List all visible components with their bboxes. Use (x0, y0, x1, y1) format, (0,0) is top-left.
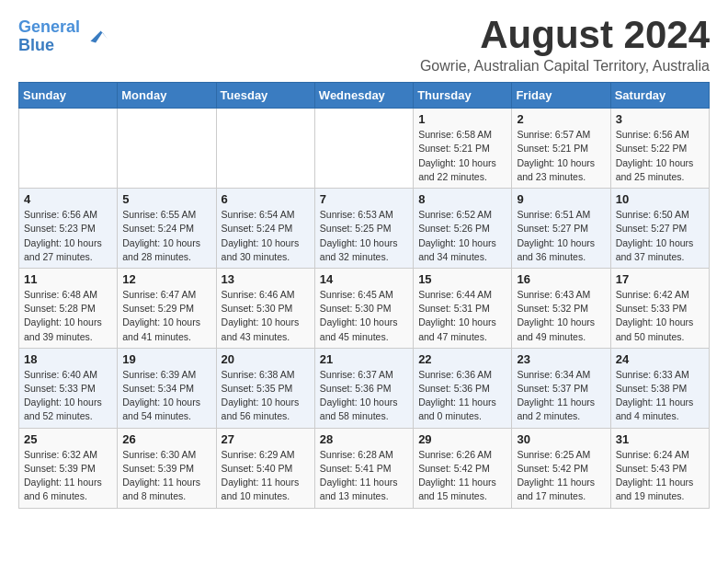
weekday-header-sunday: Sunday (19, 83, 118, 109)
logo-text: General Blue (18, 18, 80, 55)
day-number: 25 (24, 432, 112, 446)
calendar-cell: 31Sunrise: 6:24 AM Sunset: 5:43 PM Dayli… (610, 428, 709, 508)
svg-marker-0 (91, 30, 108, 42)
month-year-title: August 2024 (420, 14, 710, 56)
day-info: Sunrise: 6:30 AM Sunset: 5:39 PM Dayligh… (122, 448, 210, 504)
day-number: 17 (616, 272, 704, 286)
day-number: 20 (222, 352, 310, 366)
calendar-cell: 9Sunrise: 6:51 AM Sunset: 5:27 PM Daylig… (512, 189, 610, 269)
day-info: Sunrise: 6:51 AM Sunset: 5:27 PM Dayligh… (517, 208, 605, 264)
calendar-cell: 4Sunrise: 6:56 AM Sunset: 5:23 PM Daylig… (19, 189, 118, 269)
calendar-cell: 29Sunrise: 6:26 AM Sunset: 5:42 PM Dayli… (414, 428, 512, 508)
day-info: Sunrise: 6:32 AM Sunset: 5:39 PM Dayligh… (24, 448, 112, 504)
calendar-cell: 23Sunrise: 6:34 AM Sunset: 5:37 PM Dayli… (512, 348, 610, 428)
weekday-header-tuesday: Tuesday (216, 83, 314, 109)
calendar-cell (19, 109, 118, 189)
day-info: Sunrise: 6:36 AM Sunset: 5:36 PM Dayligh… (418, 368, 506, 424)
day-number: 3 (616, 112, 704, 126)
day-number: 8 (418, 192, 506, 206)
day-info: Sunrise: 6:26 AM Sunset: 5:42 PM Dayligh… (418, 448, 506, 504)
day-number: 24 (616, 352, 704, 366)
weekday-header-monday: Monday (118, 83, 216, 109)
day-info: Sunrise: 6:38 AM Sunset: 5:35 PM Dayligh… (222, 368, 310, 424)
calendar-cell: 14Sunrise: 6:45 AM Sunset: 5:30 PM Dayli… (314, 268, 413, 348)
day-number: 27 (222, 432, 310, 446)
day-info: Sunrise: 6:40 AM Sunset: 5:33 PM Dayligh… (24, 368, 112, 424)
calendar-body: 1Sunrise: 6:58 AM Sunset: 5:21 PM Daylig… (19, 109, 710, 508)
day-info: Sunrise: 6:33 AM Sunset: 5:38 PM Dayligh… (616, 368, 704, 424)
day-number: 10 (616, 192, 704, 206)
day-number: 12 (122, 272, 210, 286)
calendar-cell: 20Sunrise: 6:38 AM Sunset: 5:35 PM Dayli… (216, 348, 314, 428)
day-number: 2 (517, 112, 605, 126)
logo-general: General (18, 17, 80, 36)
calendar-cell (118, 109, 216, 189)
logo-icon (84, 24, 109, 50)
day-info: Sunrise: 6:24 AM Sunset: 5:43 PM Dayligh… (616, 448, 704, 504)
day-info: Sunrise: 6:25 AM Sunset: 5:42 PM Dayligh… (517, 448, 605, 504)
calendar-cell: 17Sunrise: 6:42 AM Sunset: 5:33 PM Dayli… (610, 268, 709, 348)
calendar-cell: 25Sunrise: 6:32 AM Sunset: 5:39 PM Dayli… (19, 428, 118, 508)
day-info: Sunrise: 6:52 AM Sunset: 5:26 PM Dayligh… (418, 208, 506, 264)
day-number: 1 (418, 112, 506, 126)
title-block: August 2024 Gowrie, Australian Capital T… (420, 14, 710, 75)
calendar-cell: 30Sunrise: 6:25 AM Sunset: 5:42 PM Dayli… (512, 428, 610, 508)
day-number: 30 (517, 432, 605, 446)
calendar-cell: 18Sunrise: 6:40 AM Sunset: 5:33 PM Dayli… (19, 348, 118, 428)
day-info: Sunrise: 6:56 AM Sunset: 5:22 PM Dayligh… (616, 128, 704, 184)
weekday-header-wednesday: Wednesday (314, 83, 413, 109)
day-info: Sunrise: 6:58 AM Sunset: 5:21 PM Dayligh… (418, 128, 506, 184)
day-number: 19 (122, 352, 210, 366)
day-info: Sunrise: 6:43 AM Sunset: 5:32 PM Dayligh… (517, 288, 605, 344)
day-info: Sunrise: 6:44 AM Sunset: 5:31 PM Dayligh… (418, 288, 506, 344)
day-info: Sunrise: 6:46 AM Sunset: 5:30 PM Dayligh… (222, 288, 310, 344)
day-info: Sunrise: 6:29 AM Sunset: 5:40 PM Dayligh… (222, 448, 310, 504)
day-number: 26 (122, 432, 210, 446)
calendar-cell: 3Sunrise: 6:56 AM Sunset: 5:22 PM Daylig… (610, 109, 709, 189)
day-info: Sunrise: 6:48 AM Sunset: 5:28 PM Dayligh… (24, 288, 112, 344)
calendar-cell: 13Sunrise: 6:46 AM Sunset: 5:30 PM Dayli… (216, 268, 314, 348)
day-number: 31 (616, 432, 704, 446)
calendar-cell: 22Sunrise: 6:36 AM Sunset: 5:36 PM Dayli… (414, 348, 512, 428)
day-number: 16 (517, 272, 605, 286)
day-info: Sunrise: 6:55 AM Sunset: 5:24 PM Dayligh… (122, 208, 210, 264)
day-number: 18 (24, 352, 112, 366)
day-info: Sunrise: 6:34 AM Sunset: 5:37 PM Dayligh… (517, 368, 605, 424)
day-info: Sunrise: 6:56 AM Sunset: 5:23 PM Dayligh… (24, 208, 112, 264)
calendar-cell: 12Sunrise: 6:47 AM Sunset: 5:29 PM Dayli… (118, 268, 216, 348)
day-number: 5 (122, 192, 210, 206)
day-number: 22 (418, 352, 506, 366)
calendar-cell: 10Sunrise: 6:50 AM Sunset: 5:27 PM Dayli… (610, 189, 709, 269)
header: General Blue August 2024 Gowrie, Austral… (18, 14, 710, 75)
calendar-cell: 28Sunrise: 6:28 AM Sunset: 5:41 PM Dayli… (314, 428, 413, 508)
calendar-cell: 7Sunrise: 6:53 AM Sunset: 5:25 PM Daylig… (314, 189, 413, 269)
day-number: 29 (418, 432, 506, 446)
logo-blue: Blue (18, 36, 54, 54)
day-number: 7 (320, 192, 408, 206)
day-number: 15 (418, 272, 506, 286)
weekday-header-friday: Friday (512, 83, 610, 109)
weekday-header-saturday: Saturday (610, 83, 709, 109)
week-row-2: 4Sunrise: 6:56 AM Sunset: 5:23 PM Daylig… (19, 189, 710, 269)
day-info: Sunrise: 6:37 AM Sunset: 5:36 PM Dayligh… (320, 368, 408, 424)
day-number: 14 (320, 272, 408, 286)
day-info: Sunrise: 6:45 AM Sunset: 5:30 PM Dayligh… (320, 288, 408, 344)
week-row-3: 11Sunrise: 6:48 AM Sunset: 5:28 PM Dayli… (19, 268, 710, 348)
calendar-cell: 26Sunrise: 6:30 AM Sunset: 5:39 PM Dayli… (118, 428, 216, 508)
day-info: Sunrise: 6:42 AM Sunset: 5:33 PM Dayligh… (616, 288, 704, 344)
day-info: Sunrise: 6:39 AM Sunset: 5:34 PM Dayligh… (122, 368, 210, 424)
day-info: Sunrise: 6:54 AM Sunset: 5:24 PM Dayligh… (222, 208, 310, 264)
calendar-header: SundayMondayTuesdayWednesdayThursdayFrid… (19, 83, 710, 109)
weekday-header-row: SundayMondayTuesdayWednesdayThursdayFrid… (19, 83, 710, 109)
calendar-cell: 16Sunrise: 6:43 AM Sunset: 5:32 PM Dayli… (512, 268, 610, 348)
day-number: 9 (517, 192, 605, 206)
day-number: 23 (517, 352, 605, 366)
calendar-cell: 15Sunrise: 6:44 AM Sunset: 5:31 PM Dayli… (414, 268, 512, 348)
week-row-5: 25Sunrise: 6:32 AM Sunset: 5:39 PM Dayli… (19, 428, 710, 508)
calendar-cell: 11Sunrise: 6:48 AM Sunset: 5:28 PM Dayli… (19, 268, 118, 348)
week-row-4: 18Sunrise: 6:40 AM Sunset: 5:33 PM Dayli… (19, 348, 710, 428)
calendar-cell: 21Sunrise: 6:37 AM Sunset: 5:36 PM Dayli… (314, 348, 413, 428)
calendar-cell: 1Sunrise: 6:58 AM Sunset: 5:21 PM Daylig… (414, 109, 512, 189)
day-info: Sunrise: 6:57 AM Sunset: 5:21 PM Dayligh… (517, 128, 605, 184)
calendar-cell: 2Sunrise: 6:57 AM Sunset: 5:21 PM Daylig… (512, 109, 610, 189)
